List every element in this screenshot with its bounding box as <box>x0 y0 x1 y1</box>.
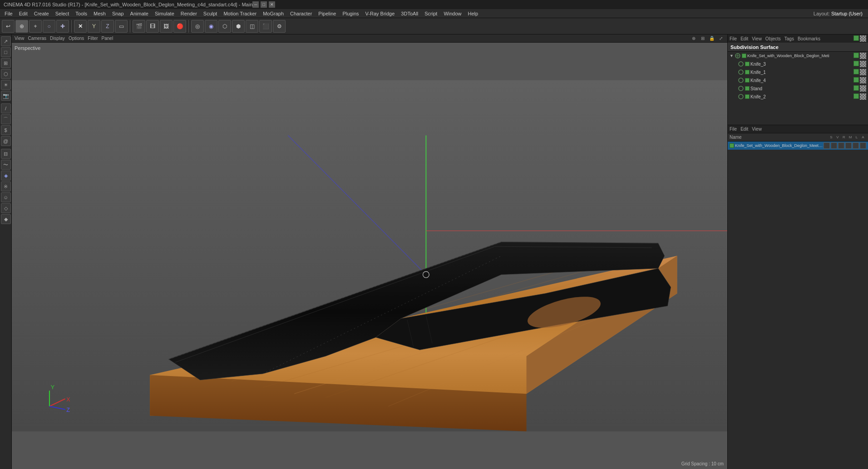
menu-plugins[interactable]: Plugins <box>340 10 361 17</box>
obj-item-knife1[interactable]: Knife_1 <box>728 68 868 76</box>
obj-mgr-edit[interactable]: Edit <box>740 36 748 41</box>
menu-help[interactable]: Help <box>465 10 481 17</box>
menu-script[interactable]: Script <box>422 10 440 17</box>
sidebar-light-btn[interactable]: ☀ <box>1 80 11 90</box>
y-axis-btn[interactable]: Y <box>88 20 100 33</box>
minimize-button[interactable]: ─ <box>252 1 259 8</box>
obj-mgr-bookmarks[interactable]: Bookmarks <box>798 36 820 41</box>
attr-item-main[interactable]: Knife_Set_with_Wooden_Block_Deglon_Meeti… <box>728 142 868 150</box>
circle-btn[interactable]: ○ <box>43 20 55 33</box>
menu-edit[interactable]: Edit <box>16 10 30 17</box>
obj-item-stand[interactable]: Stand <box>728 84 868 93</box>
obj-mgr-tags[interactable]: Tags <box>784 36 794 41</box>
sidebar-bezier-btn[interactable]: ⌒ <box>1 114 11 124</box>
obj-item-root-arrow: ▼ <box>730 54 734 58</box>
menu-tools[interactable]: Tools <box>73 10 90 17</box>
menu-file[interactable]: File <box>2 10 15 17</box>
z-axis-btn[interactable]: Z <box>101 20 114 33</box>
viewport-icon-zoom[interactable]: ⊞ <box>699 35 706 42</box>
disp1-btn[interactable]: ◎ <box>191 20 204 33</box>
disp6-btn[interactable]: ⬛ <box>259 20 272 33</box>
viewport-icon-lock[interactable]: 🔒 <box>708 35 715 42</box>
render2-btn[interactable]: 🎞 <box>146 20 159 33</box>
render3-btn[interactable]: 🖼 <box>160 20 173 33</box>
attr-file[interactable]: File <box>730 127 737 132</box>
sidebar-dollar-btn[interactable]: $ <box>1 125 11 135</box>
obj-mgr-objects[interactable]: Objects <box>765 36 781 41</box>
sidebar-extra2-btn[interactable]: ◆ <box>1 214 11 224</box>
attr-r-icon[interactable] <box>838 142 844 149</box>
viewport-menu-display[interactable]: Display <box>50 36 65 41</box>
viewport-menu-panel[interactable]: Panel <box>102 36 113 41</box>
menu-mesh[interactable]: Mesh <box>91 10 108 17</box>
viewport-menu-view[interactable]: View <box>15 36 25 41</box>
close-button[interactable]: ✕ <box>269 1 275 8</box>
disp5-btn[interactable]: ◫ <box>246 20 258 33</box>
attr-view[interactable]: View <box>752 127 762 132</box>
obj-item-knife4[interactable]: Knife_4 <box>728 76 868 84</box>
undo-btn[interactable]: ↩ <box>2 20 15 33</box>
sidebar-extra1-btn[interactable]: ◇ <box>1 203 11 213</box>
sidebar-mesh-btn[interactable]: ⬡ <box>1 69 11 79</box>
menu-animate[interactable]: Animate <box>128 10 151 17</box>
viewport-menu-cameras[interactable]: Cameras <box>28 36 47 41</box>
menu-select[interactable]: Select <box>53 10 72 17</box>
menu-pipeline[interactable]: Pipeline <box>316 10 339 17</box>
new-btn[interactable]: + <box>29 20 42 33</box>
attr-v-icon[interactable] <box>831 142 837 149</box>
sidebar-line-btn[interactable]: / <box>1 103 11 113</box>
obj-item-knife2[interactable]: Knife_2 <box>728 93 868 101</box>
obj-item-root[interactable]: ▼ Knife_Set_with_Wooden_Block_Deglon_Met… <box>728 52 868 60</box>
menu-motion-tracker[interactable]: Motion Tracker <box>221 10 259 17</box>
sidebar-deform-btn[interactable]: 〜 <box>1 160 11 170</box>
svg-point-29 <box>739 78 743 83</box>
menu-character[interactable]: Character <box>287 10 315 17</box>
render4-btn[interactable]: 🔴 <box>173 20 186 33</box>
add-btn[interactable]: ✚ <box>56 20 69 33</box>
attr-l-icon[interactable] <box>853 142 859 149</box>
sidebar-field-btn[interactable]: ◈ <box>1 171 11 181</box>
obj-item-knife3[interactable]: Knife_3 <box>728 60 868 68</box>
viewport-canvas[interactable]: X Y Z Perspective Grid Spacing : 10 cm <box>12 43 727 469</box>
title-bar-title: CINEMA 4D R17.016 Studio (R17) - [Knife_… <box>4 2 252 7</box>
sidebar-camera-btn[interactable]: 📷 <box>1 91 11 101</box>
select-btn[interactable]: ✕ <box>74 20 87 33</box>
viewport-menu-options[interactable]: Options <box>69 36 84 41</box>
disp3-btn[interactable]: ⬡ <box>218 20 231 33</box>
menu-mograph[interactable]: MoGraph <box>260 10 286 17</box>
sidebar-cube-btn[interactable]: □ <box>1 47 11 57</box>
obj-manager-toolbar: File Edit View Objects Tags Bookmarks <box>728 34 868 43</box>
menu-sculpt[interactable]: Sculpt <box>201 10 220 17</box>
main-layout: ↗ □ ⊞ ⬡ ☀ 📷 / ⌒ $ @ ⊟ 〜 ◈ ※ ☺ ◇ ◆ View C… <box>0 34 868 469</box>
viewport-menu-filter[interactable]: Filter <box>88 36 98 41</box>
viewport-icon-move[interactable]: ⊕ <box>690 35 697 42</box>
attr-m-icon[interactable] <box>845 142 852 149</box>
menu-window[interactable]: Window <box>441 10 464 17</box>
disp4-btn[interactable]: ⬢ <box>232 20 245 33</box>
sidebar-fx-btn[interactable]: ※ <box>1 181 11 191</box>
sidebar-spiral-btn[interactable]: @ <box>1 136 11 146</box>
maximize-button[interactable]: □ <box>261 1 267 8</box>
viewport-icon-maximize[interactable]: ⤢ <box>717 35 725 42</box>
menu-vray[interactable]: V-Ray Bridge <box>363 10 398 17</box>
sidebar-face-btn[interactable]: ☺ <box>1 192 11 202</box>
attr-edit[interactable]: Edit <box>740 127 748 132</box>
menu-snap[interactable]: Snap <box>109 10 127 17</box>
attr-s-icon[interactable] <box>824 142 830 149</box>
sidebar-arrow-btn[interactable]: ↗ <box>1 36 11 46</box>
menu-simulate[interactable]: Simulate <box>152 10 177 17</box>
toolbar-sep1 <box>71 20 72 33</box>
attr-a-icon[interactable] <box>860 142 866 149</box>
redo-btn[interactable]: ⊕ <box>15 20 28 33</box>
disp2-btn[interactable]: ◉ <box>205 20 217 33</box>
menu-3dtoall[interactable]: 3DToAll <box>398 10 421 17</box>
disp7-btn[interactable]: ⚙ <box>273 20 286 33</box>
sidebar-grid-btn[interactable]: ⊞ <box>1 58 11 68</box>
menu-create[interactable]: Create <box>31 10 52 17</box>
obj-mgr-view[interactable]: View <box>752 36 762 41</box>
menu-render[interactable]: Render <box>178 10 200 17</box>
sidebar-layer-btn[interactable]: ⊟ <box>1 149 11 159</box>
render-region-btn[interactable]: ▭ <box>115 20 128 33</box>
obj-mgr-file[interactable]: File <box>730 36 737 41</box>
render1-btn[interactable]: 🎬 <box>133 20 145 33</box>
